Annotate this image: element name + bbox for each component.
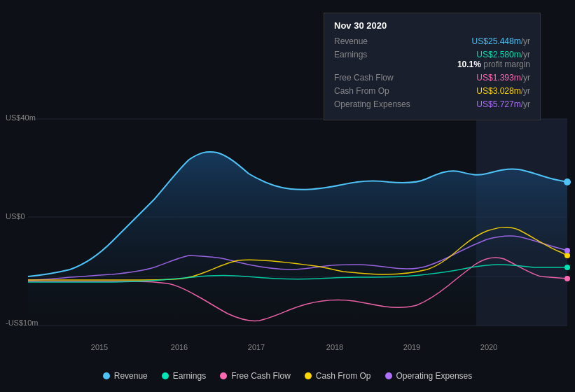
tooltip-card: Nov 30 2020 Revenue US$25.448m/yr Earnin…	[324, 13, 541, 120]
tooltip-revenue-label: Revenue	[334, 36, 425, 46]
tooltip-opex-label: Operating Expenses	[334, 99, 425, 109]
chart-container: US$40m US$0 -US$10m 2015 2016 2017 2018 …	[0, 0, 575, 392]
tooltip-fcf-label: Free Cash Flow	[334, 73, 425, 83]
x-label-2019: 2019	[403, 343, 420, 351]
tooltip-earnings-label: Earnings	[334, 50, 425, 59]
tooltip-cashop-label: Cash From Op	[334, 86, 425, 96]
x-label-2015: 2015	[91, 343, 108, 351]
x-label-2016: 2016	[171, 343, 188, 351]
x-label-2020: 2020	[480, 343, 497, 351]
x-label-2018: 2018	[326, 343, 343, 351]
svg-point-8	[564, 276, 570, 281]
tooltip-earnings-value: US$2.580m/yr 10.1% profit margin	[457, 50, 530, 69]
legend-revenue-dot	[103, 372, 110, 379]
legend-fcf-label: Free Cash Flow	[231, 371, 291, 381]
tooltip-cashop-row: Cash From Op US$3.028m/yr	[334, 86, 530, 96]
legend-opex[interactable]: Operating Expenses	[385, 371, 473, 381]
y-label-top: US$40m	[6, 113, 36, 122]
chart-legend: Revenue Earnings Free Cash Flow Cash Fro…	[0, 371, 575, 381]
legend-fcf-dot	[220, 372, 227, 379]
x-label-2017: 2017	[248, 343, 265, 351]
tooltip-opex-row: Operating Expenses US$5.727m/yr	[334, 99, 530, 109]
tooltip-revenue-row: Revenue US$25.448m/yr	[334, 36, 530, 46]
tooltip-date: Nov 30 2020	[334, 20, 530, 31]
svg-point-7	[564, 265, 570, 270]
legend-fcf[interactable]: Free Cash Flow	[220, 371, 291, 381]
svg-point-10	[564, 248, 570, 253]
svg-point-6	[564, 178, 571, 186]
tooltip-opex-value: US$5.727m/yr	[476, 99, 530, 109]
tooltip-fcf-value: US$1.393m/yr	[476, 73, 530, 83]
legend-revenue-label: Revenue	[114, 371, 148, 381]
svg-point-9	[564, 253, 570, 258]
legend-opex-dot	[385, 372, 392, 379]
y-label-bottom: -US$10m	[6, 318, 38, 327]
tooltip-earnings-row: Earnings US$2.580m/yr 10.1% profit margi…	[334, 50, 530, 69]
legend-cashop[interactable]: Cash From Op	[305, 371, 371, 381]
tooltip-cashop-value: US$3.028m/yr	[476, 86, 530, 96]
legend-revenue[interactable]: Revenue	[103, 371, 148, 381]
legend-cashop-label: Cash From Op	[316, 371, 371, 381]
legend-cashop-dot	[305, 372, 312, 379]
legend-earnings-dot	[162, 372, 169, 379]
legend-earnings[interactable]: Earnings	[162, 371, 206, 381]
tooltip-revenue-value: US$25.448m/yr	[472, 36, 530, 46]
tooltip-fcf-row: Free Cash Flow US$1.393m/yr	[334, 73, 530, 83]
legend-opex-label: Operating Expenses	[396, 371, 473, 381]
y-label-mid: US$0	[6, 212, 25, 220]
legend-earnings-label: Earnings	[173, 371, 206, 381]
